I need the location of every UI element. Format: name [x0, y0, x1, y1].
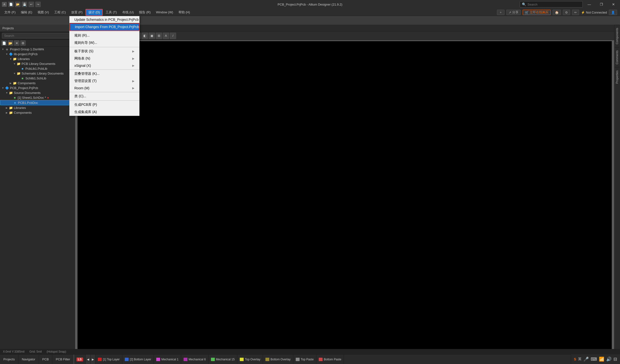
layer-tab-toppaste[interactable]: Top Paste — [293, 355, 316, 364]
input-icon[interactable]: 英 — [578, 357, 581, 361]
line-btn[interactable]: / — [170, 33, 176, 39]
new-project-btn[interactable]: 📄 — [1, 40, 7, 46]
menu-view[interactable]: 视图 (V) — [35, 9, 51, 15]
tree-item-sheet1[interactable]: ▶ ■ [1] Sheet1.SchDoc * ● — [0, 95, 75, 100]
home-btn[interactable]: 🏠 — [553, 10, 561, 15]
tree-item-pcb-lib-docs[interactable]: ▼ 📁 PCB Library Documents — [0, 61, 75, 66]
menu-help[interactable]: 帮助 (H) — [176, 9, 193, 15]
tree-item-components1[interactable]: ▶ 📁 Components — [0, 81, 75, 85]
menu-label: 规则 (R)... — [74, 33, 90, 38]
user-btn[interactable]: 👤 — [609, 10, 617, 15]
layer-tab-mech15[interactable]: Mechanical 15 — [209, 355, 237, 364]
dropdown-room[interactable]: Room (M) ▶ — [70, 85, 139, 91]
lang-icon[interactable]: S — [574, 357, 576, 361]
menu-tools[interactable]: 工具 (T) — [103, 9, 119, 15]
layer-tab-mech1[interactable]: Mechanical 1 — [154, 355, 181, 364]
projects-panel-header: Projects — [0, 25, 75, 32]
layer-color-toppaste — [296, 358, 300, 361]
dropdown-board-shape[interactable]: 板子形状 (S) ▶ — [70, 48, 139, 55]
menu-report[interactable]: 报告 (R) — [137, 9, 153, 15]
layer-tab-bottompaste[interactable]: Bottom Paste — [316, 355, 344, 364]
title-search-box[interactable]: 🔍 — [520, 1, 583, 8]
dropdown-import-changes[interactable]: Import Changes From PCB_Project.PrjPcb — [70, 23, 139, 31]
right-tab-properties[interactable]: Properties — [614, 67, 620, 87]
restore-button[interactable]: ❐ — [596, 0, 607, 9]
settings-btn[interactable]: ⚙ — [563, 10, 570, 15]
layer-tab-bottomlayer[interactable]: [2] Bottom Layer — [122, 355, 154, 364]
bot-tab-navigator[interactable]: Navigator — [18, 355, 39, 364]
layer-tab-toplayer[interactable]: [1] Top Layer — [95, 355, 122, 364]
dropdown-update-sch[interactable]: Update Schematics in PCB_Project.PrjPcb — [70, 16, 139, 23]
menu-place[interactable]: 放置 (P) — [69, 9, 85, 15]
pad-btn[interactable]: ◧ — [142, 33, 148, 39]
dropdown-rules[interactable]: 规则 (R)... — [70, 32, 139, 39]
add-project-btn[interactable]: ＋ — [497, 10, 504, 15]
layer-tab-bottomoverlay[interactable]: Bottom Overlay — [263, 355, 293, 364]
menu-edit[interactable]: 编辑 (E) — [18, 9, 35, 15]
tree-item-pcblib1[interactable]: ▶ ■ PcbLib1.PcbLib — [0, 66, 75, 71]
bot-tab-pcbfilter[interactable]: PCB Filter — [52, 355, 74, 364]
tree-item-schlib1[interactable]: ▶ ■ Schlib1.SchLib — [0, 76, 75, 81]
search-input[interactable] — [527, 3, 576, 6]
tree-item-pcb-project[interactable]: ▼ 🔷 PCB_Project.PrjPcb — [0, 85, 75, 90]
layer-tab-mech6[interactable]: Mechanical 6 — [181, 355, 209, 364]
bot-tab-pcbfilter-label: PCB Filter — [56, 357, 70, 361]
tree-item-lib-project[interactable]: ▼ 🔷 lib-project.PrjPcb — [0, 52, 75, 56]
tree-item-components2[interactable]: ▶ 📁 Components — [0, 110, 75, 115]
dropdown-classes[interactable]: 类 (C)... — [70, 93, 139, 100]
mask-btn[interactable]: ▣ — [149, 33, 155, 39]
dropdown-gen-pcblib[interactable]: 生成PCB库 (P) — [70, 101, 139, 108]
taskbar-btn[interactable]: ⊟ — [613, 356, 617, 362]
bot-tab-projects[interactable]: Projects — [0, 355, 18, 364]
right-tab-components[interactable]: Components — [614, 25, 620, 47]
dropdown-xsignal[interactable]: xSignal (X) ▶ — [70, 62, 139, 69]
dropdown-layer-mgmt[interactable]: 管理层设置 (T) ▶ — [70, 77, 139, 85]
component-btn[interactable]: ⊞ — [156, 33, 162, 39]
undo-btn[interactable]: ↩ — [29, 2, 34, 7]
volume-icon[interactable]: 🔊 — [606, 356, 612, 362]
menu-project[interactable]: 工程 (C) — [52, 9, 68, 15]
tree-item-pcb1[interactable]: ▶ ■ PCB1.PcbDoc — [0, 100, 75, 105]
redo-btn[interactable]: ↪ — [35, 2, 41, 7]
open-project-btn[interactable]: 📂 — [8, 40, 13, 46]
layer-scroll-right[interactable]: ▶ — [91, 355, 95, 364]
project-settings-btn[interactable]: ⚙ — [20, 40, 26, 46]
mic-icon[interactable]: 🎤 — [583, 356, 589, 362]
layer-tab-topoverlay[interactable]: Top Overlay — [237, 355, 263, 364]
customize-btn[interactable]: ✏ — [572, 10, 579, 15]
menu-window[interactable]: Window (W) — [154, 10, 176, 15]
minimize-button[interactable]: — — [584, 0, 595, 9]
tree-item-group1[interactable]: ▼ ◈ Project Group 1.DsnWrk — [0, 47, 75, 52]
save-btn[interactable]: 💾 — [22, 2, 27, 7]
close-button[interactable]: ✕ — [608, 0, 619, 9]
network-icon[interactable]: 📶 — [599, 356, 604, 362]
submenu-arrow: ▶ — [132, 50, 134, 53]
menu-route[interactable]: 布线 (U) — [120, 9, 136, 15]
dropdown-layer-stack[interactable]: 层叠管理器 (K)... — [70, 70, 139, 77]
pcbdoc-icon: ■ — [13, 101, 17, 105]
close-project-btn[interactable]: ✕ — [14, 40, 19, 46]
bot-tab-pcb[interactable]: PCB — [39, 355, 53, 364]
dropdown-rules-wizard[interactable]: 规则向导 (W)... — [70, 39, 139, 46]
project-search-input[interactable] — [2, 33, 73, 38]
menu-label: Import Changes From PCB_Project.PrjPcb — [75, 25, 139, 29]
dropdown-netlist[interactable]: 网络表 (N) ▶ — [70, 55, 139, 62]
tree-item-sch-lib-docs[interactable]: ▼ 📁 Schematic Library Documents — [0, 71, 75, 76]
right-tab-comments[interactable]: Comments — [614, 47, 620, 67]
menu-design[interactable]: 设计 (D) — [85, 9, 103, 16]
layer-scroll-left[interactable]: ◀ — [86, 355, 91, 364]
text-btn[interactable]: A — [163, 33, 169, 39]
new-btn[interactable]: 📄 — [8, 2, 14, 7]
layer-color-topoverlay — [240, 358, 244, 361]
buynow-btn[interactable]: 🛒 立即在线购买 — [523, 10, 551, 15]
tree-item-libraries2[interactable]: ▶ 📁 Libraries — [0, 105, 75, 110]
tree-item-source-docs[interactable]: ▼ 📁 Source Documents — [0, 90, 75, 95]
tree-item-libraries1[interactable]: ▼ 📁 Libraries — [0, 56, 75, 61]
menu-file[interactable]: 文件 (F) — [2, 9, 18, 15]
open-btn[interactable]: 📂 — [15, 2, 20, 7]
dropdown-gen-intlib[interactable]: 生成集成库 (A) — [70, 108, 139, 116]
share-btn[interactable]: ↗ 分享 — [506, 10, 521, 15]
status-bar: Projects Navigator PCB PCB Filter LS ◀ ▶… — [0, 354, 620, 364]
group-label: Project Group 1.DsnWrk — [10, 47, 44, 51]
keyboard-icon[interactable]: ⌨ — [591, 356, 597, 362]
